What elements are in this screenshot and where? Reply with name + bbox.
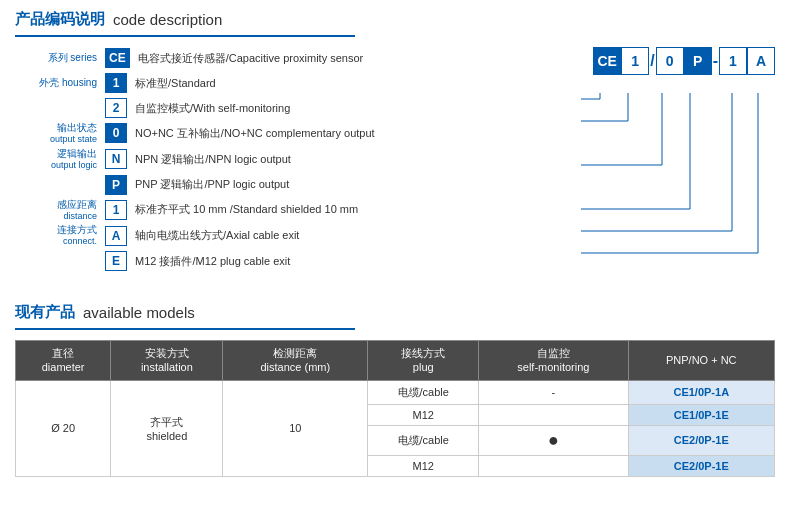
label-logic: 逻辑输出 output logic xyxy=(15,148,105,171)
code-row-housing-1: 外壳 housing 1 标准型/Standard xyxy=(15,72,575,94)
section2-title: 现有产品 available models xyxy=(15,303,775,322)
td-monitoring-2 xyxy=(479,404,628,425)
code-row-distance-1: 感应距离 distance 1 标准齐平式 10 mm /Standard sh… xyxy=(15,199,575,222)
section1-title-cn: 产品编码说明 xyxy=(15,10,105,29)
code-row-series: 系列 series CE 电容式接近传感器/Capacitive proximi… xyxy=(15,47,575,69)
td-model-3: CE2/0P-1E xyxy=(628,425,774,455)
diagram-lines xyxy=(580,79,775,289)
badge-A: A xyxy=(105,226,127,246)
diagram-box-1b: 1 xyxy=(719,47,747,75)
th-distance: 检测距离 distance (mm) xyxy=(223,341,368,381)
td-plug-3: 电缆/cable xyxy=(368,425,479,455)
diagram-box-P: P xyxy=(684,47,712,75)
diagram-box-A: A xyxy=(747,47,775,75)
td-plug-2: M12 xyxy=(368,404,479,425)
section2-underline xyxy=(15,328,355,330)
desc-0: NO+NC 互补输出/NO+NC complementary output xyxy=(135,126,375,141)
badge-1b: 1 xyxy=(105,200,127,220)
badge-2: 2 xyxy=(105,98,127,118)
td-model-2: CE1/0P-1E xyxy=(628,404,774,425)
code-row-connect-A: 连接方式 connect. A 轴向电缆出线方式/Axial cable exi… xyxy=(15,224,575,247)
label-connect: 连接方式 connect. xyxy=(15,224,105,247)
desc-CE: 电容式接近传感器/Capacitive proximity sensor xyxy=(138,51,364,66)
td-monitoring-4 xyxy=(479,455,628,476)
th-plug: 接线方式 plug xyxy=(368,341,479,381)
section1: 产品编码说明 code description 系列 series CE 电容式… xyxy=(15,10,775,289)
code-row-output-0: 输出状态 output state 0 NO+NC 互补输出/NO+NC com… xyxy=(15,122,575,145)
th-diameter: 直径 diameter xyxy=(16,341,111,381)
badge-P: P xyxy=(105,175,127,195)
section2-title-en: available models xyxy=(83,304,195,321)
badge-N: N xyxy=(105,149,127,169)
code-row-logic-N: 逻辑输出 output logic N NPN 逻辑输出/NPN logic o… xyxy=(15,148,575,171)
desc-1b: 标准齐平式 10 mm /Standard shielded 10 mm xyxy=(135,202,358,217)
label-series: 系列 series xyxy=(15,52,105,64)
td-distance-1: 10 xyxy=(223,380,368,476)
label-output-state: 输出状态 output state xyxy=(15,122,105,145)
models-table: 直径 diameter 安装方式 installation 检测距离 dista… xyxy=(15,340,775,477)
label-distance: 感应距离 distance xyxy=(15,199,105,222)
td-diameter-1: Ø 20 xyxy=(16,380,111,476)
td-installation-1: 齐平式shielded xyxy=(111,380,223,476)
badge-0: 0 xyxy=(105,123,127,143)
code-table: 系列 series CE 电容式接近传感器/Capacitive proximi… xyxy=(15,47,575,275)
label-housing: 外壳 housing xyxy=(15,77,105,89)
diagram-box-1: 1 xyxy=(621,47,649,75)
diagram-box-CE: CE xyxy=(593,47,621,75)
section1-title: 产品编码说明 code description xyxy=(15,10,775,29)
diagram-boxes: CE 1 / 0 P - 1 A xyxy=(593,47,775,75)
code-area: 系列 series CE 电容式接近传感器/Capacitive proximi… xyxy=(15,47,775,289)
section2: 现有产品 available models 直径 diameter 安装方式 i… xyxy=(15,303,775,477)
td-model-4: CE2/0P-1E xyxy=(628,455,774,476)
section2-title-cn: 现有产品 xyxy=(15,303,75,322)
badge-1a: 1 xyxy=(105,73,127,93)
badge-E: E xyxy=(105,251,127,271)
td-plug-4: M12 xyxy=(368,455,479,476)
desc-1a: 标准型/Standard xyxy=(135,76,216,91)
desc-E: M12 接插件/M12 plug cable exit xyxy=(135,254,290,269)
th-model: PNP/NO + NC xyxy=(628,341,774,381)
th-installation: 安装方式 installation xyxy=(111,341,223,381)
table-header-row: 直径 diameter 安装方式 installation 检测距离 dista… xyxy=(16,341,775,381)
desc-A: 轴向电缆出线方式/Axial cable exit xyxy=(135,228,299,243)
section1-underline xyxy=(15,35,355,37)
diagram-container: CE 1 / 0 P - 1 A xyxy=(575,47,775,289)
td-monitoring-1: - xyxy=(479,380,628,404)
code-row-connect-E: E M12 接插件/M12 plug cable exit xyxy=(15,250,575,272)
code-row-housing-2: 2 自监控模式/With self-monitoring xyxy=(15,97,575,119)
code-row-logic-P: P PNP 逻辑输出/PNP logic output xyxy=(15,174,575,196)
desc-2: 自监控模式/With self-monitoring xyxy=(135,101,290,116)
td-model-1: CE1/0P-1A xyxy=(628,380,774,404)
th-monitoring: 自监控 self-monitoring xyxy=(479,341,628,381)
desc-N: NPN 逻辑输出/NPN logic output xyxy=(135,152,291,167)
td-monitoring-3: ● xyxy=(479,425,628,455)
td-plug-1: 电缆/cable xyxy=(368,380,479,404)
table-row-1: Ø 20 齐平式shielded 10 电缆/cable - CE1/0P-1A xyxy=(16,380,775,404)
section1-title-en: code description xyxy=(113,11,222,28)
desc-P: PNP 逻辑输出/PNP logic output xyxy=(135,177,289,192)
badge-CE: CE xyxy=(105,48,130,68)
diagram-box-0: 0 xyxy=(656,47,684,75)
